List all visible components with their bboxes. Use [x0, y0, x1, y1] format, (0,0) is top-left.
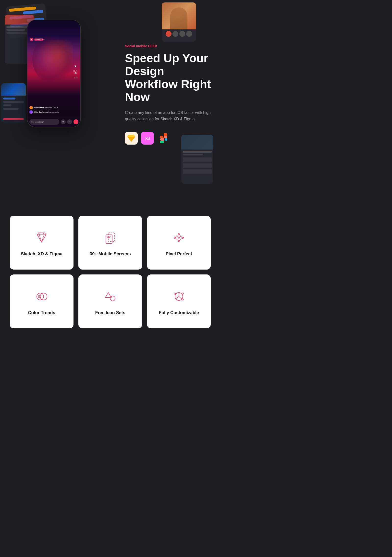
hero-tag: Social mobile UI Kit	[125, 44, 213, 48]
svg-point-29	[174, 293, 176, 294]
feature-card-free-icon-sets: Free Icon Sets	[78, 274, 142, 328]
features-section: Sketch, XD & Figma 30+ Mobile Screens	[0, 196, 220, 343]
eye-icon: 👁	[74, 72, 77, 75]
svg-point-28	[182, 299, 184, 300]
tools-row: Xd	[125, 132, 213, 145]
feature-label-pixel-perfect: Pixel Perfect	[166, 251, 192, 257]
svg-marker-21	[105, 293, 111, 297]
view-count-display: 👁 3.8k	[74, 72, 77, 79]
svg-line-26	[175, 297, 179, 299]
feature-card-pixel-perfect: Pixel Perfect	[147, 216, 211, 270]
svg-point-27	[182, 293, 184, 294]
svg-point-15	[38, 296, 39, 297]
xd-badge: Xd	[141, 132, 154, 145]
svg-rect-0	[108, 233, 115, 242]
feature-label-color-trends: Color Trends	[28, 310, 55, 315]
left-mid-mockup	[1, 83, 26, 123]
profile-mockup	[162, 2, 196, 42]
color-icon	[35, 289, 49, 304]
screens-icon	[103, 230, 117, 246]
bookmark-icon: 🔖	[74, 119, 78, 124]
comment-2-text: Willie Singleton Wow...so pretty!	[34, 111, 59, 113]
comment-1: Juan Walker Awesome. Love it	[29, 106, 78, 109]
say-something-input[interactable]: Say something "	[29, 119, 59, 125]
commenter-2-avatar	[29, 110, 33, 114]
pixel-icon	[172, 230, 186, 246]
sketch-badge	[125, 132, 138, 145]
profile-image	[162, 2, 196, 29]
svg-point-19	[39, 297, 40, 298]
feature-card-mobile-screens: 30+ Mobile Screens	[78, 216, 142, 270]
svg-line-25	[179, 297, 182, 299]
svg-point-20	[40, 297, 41, 298]
view-number: 3.8k	[74, 77, 77, 79]
svg-point-18	[38, 297, 39, 298]
svg-point-17	[40, 296, 41, 297]
svg-point-13	[38, 295, 39, 296]
comment-1-text: Juan Walker Awesome. Love it	[34, 107, 58, 109]
feature-label-fully-customizable: Fully Customizable	[159, 310, 199, 315]
feature-card-fully-customizable: Fully Customizable	[147, 274, 211, 328]
diamond-icon	[35, 230, 49, 246]
commenter-1-avatar	[29, 106, 33, 109]
feature-card-sketch-xd-figma: Sketch, XD & Figma	[10, 216, 74, 270]
feature-label-mobile-screens: 30+ Mobile Screens	[90, 251, 131, 257]
hero-title: Speed Up Your Design Workflow Right Now	[125, 52, 213, 104]
share-icon: ↗	[67, 119, 72, 124]
comments-area: Juan Walker Awesome. Love it Willie Sing…	[29, 106, 78, 115]
icon-sets-icon	[103, 289, 117, 304]
main-phone-mockup: 9:41 ▪▪▪ WiFi 🔋 Stella Malone 1263 +	[27, 20, 81, 127]
svg-point-10	[178, 237, 180, 238]
comment-2: Willie Singleton Wow...so pretty!	[29, 110, 78, 114]
hero-content: Social mobile UI Kit Speed Up Your Desig…	[125, 44, 213, 145]
hero-section: 9:41 ▪▪▪ WiFi 🔋 Stella Malone 1263 +	[0, 0, 220, 196]
like-count-display: ♥ 12.5k	[73, 64, 77, 73]
features-grid: Sketch, XD & Figma 30+ Mobile Screens	[10, 216, 211, 328]
customize-icon	[172, 289, 186, 304]
figma-badge	[157, 132, 170, 145]
message-icon: ✉	[61, 119, 66, 124]
hero-description: Create any kind of an app for iOS faster…	[125, 110, 213, 122]
phone-bottom-bar: Say something " ✉ ↗ 🔖	[27, 117, 80, 127]
svg-point-22	[110, 296, 115, 301]
feature-label-sketch-xd-figma: Sketch, XD & Figma	[21, 251, 62, 257]
svg-point-14	[39, 295, 40, 296]
profile-action-row	[162, 29, 196, 38]
feature-label-free-icon-sets: Free Icon Sets	[95, 310, 125, 315]
heart-icon: ♥	[73, 64, 77, 68]
like-counter: 21446112	[34, 38, 44, 41]
feature-card-color-trends: Color Trends	[10, 274, 74, 328]
svg-point-16	[39, 296, 40, 297]
